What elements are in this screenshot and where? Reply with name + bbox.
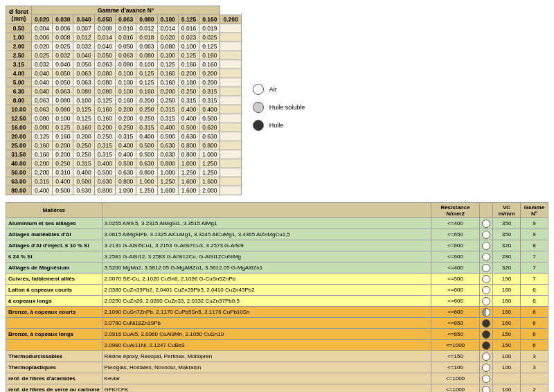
col-header-0.020: 0.020 — [31, 15, 52, 24]
feed-cell: 0.200 — [31, 159, 52, 168]
feed-cell: 0.016 — [178, 24, 199, 33]
feed-cell: 0.200 — [116, 114, 136, 123]
description-cell: 2.0070 SE-Cu, 2.1020 CuSn6, 2.1096 G-CuS… — [102, 274, 431, 285]
feed-cell: 0.040 — [73, 51, 94, 60]
resistance-cell: <=500 — [431, 274, 480, 285]
table-row: Laiton à copeaux courts2.0380 CuZn39Pb2,… — [6, 285, 548, 296]
icon-cell — [480, 274, 493, 285]
feed-cell: 0.080 — [31, 123, 52, 132]
material-cell — [6, 318, 102, 329]
feed-cell: 1.600 — [199, 177, 220, 186]
feed-cell: 0.315 — [31, 177, 52, 186]
vc-cell: 100 — [493, 384, 521, 393]
empty-circle-icon — [482, 386, 490, 393]
drill-size-cell: 12.50 — [6, 114, 32, 123]
feed-cell: 0.315 — [178, 96, 199, 105]
feed-cell: 0.100 — [136, 60, 157, 69]
material-cell: ≤ 24 % Si — [6, 251, 102, 262]
drill-size-cell: 80.00 — [6, 186, 32, 195]
feed-cell — [220, 60, 241, 69]
feed-cell: 0.400 — [178, 105, 199, 114]
feed-cell: 0.500 — [136, 150, 157, 159]
material-cell: Thermoplastiques — [6, 362, 102, 373]
feed-cell: 0.400 — [157, 123, 178, 132]
col-header-0.040: 0.040 — [73, 15, 94, 24]
feed-cell: 1.000 — [116, 186, 136, 195]
feed-cell: 0.012 — [136, 24, 157, 33]
feed-cell: 0.315 — [157, 114, 178, 123]
table-row: Alliages malléables d'Al3.0615 AlMgSiPb,… — [6, 229, 548, 240]
huile-soluble-label: Huile soluble — [269, 104, 305, 111]
feed-cell — [220, 33, 241, 42]
feed-cell: 0.080 — [73, 87, 94, 96]
feed-cell: 0.500 — [116, 159, 136, 168]
feed-cell: 0.630 — [94, 177, 115, 186]
feed-cell: 0.315 — [116, 132, 136, 141]
table-row: renf. de fibres d'aramidesKevlar<=1000 — [6, 373, 548, 384]
icon-cell — [480, 307, 493, 318]
vc-cell — [493, 373, 521, 384]
full-circle-icon — [482, 341, 490, 350]
col-header-0.100: 0.100 — [157, 15, 178, 24]
table-row: 1.000.0060.0080.0120.0140.0160.0180.0200… — [6, 33, 242, 42]
feed-cell: 0.100 — [73, 96, 94, 105]
feed-cell: 0.063 — [73, 78, 94, 87]
gamme-cell: 3 — [521, 362, 548, 373]
feed-cell: 0.080 — [94, 78, 115, 87]
table-row: Cuivres, faiblement alliés2.0070 SE-Cu, … — [6, 274, 548, 285]
feed-cell: 0.063 — [136, 42, 157, 51]
top-section: Ø foret(mm) Gamme d'avance N° 0.0200.030… — [6, 6, 548, 195]
col-header-0.125: 0.125 — [178, 15, 199, 24]
feed-cell: 0.250 — [136, 105, 157, 114]
full-circle-icon — [482, 319, 490, 328]
feed-cell: 0.125 — [136, 69, 157, 78]
feed-cell: 0.160 — [157, 78, 178, 87]
feed-cell: 0.315 — [136, 123, 157, 132]
gamme-cell: 6 — [521, 296, 548, 307]
resistance-cell: <=1000 — [431, 373, 480, 384]
table-row: 25.000.1600.2000.2500.3150.4000.5000.630… — [6, 141, 242, 150]
feed-cell: 0.050 — [53, 78, 73, 87]
description-cell: 2.0790 CuNi18Zn19Pb — [102, 318, 431, 329]
table-row: 3.150.0320.0400.0500.0630.0800.1000.1250… — [6, 60, 242, 69]
feed-cell: 0.250 — [157, 96, 178, 105]
description-cell: 2.0380 CuZn39Pb2, 2.0401 CuZn39Pb3, 2.04… — [102, 285, 431, 296]
feed-cell: 0.200 — [199, 69, 220, 78]
feed-cell: 0.160 — [136, 87, 157, 96]
empty-circle-icon — [482, 297, 490, 305]
feed-cell: 0.400 — [73, 168, 94, 177]
half-circle-icon — [482, 308, 490, 317]
material-cell: renf. de fibres de verre ou carbone — [6, 384, 102, 393]
feed-cell: 0.080 — [94, 87, 115, 96]
drill-size-cell: 0.50 — [6, 24, 32, 33]
feed-cell: 0.050 — [116, 42, 136, 51]
gamme-cell: 6 — [521, 340, 548, 351]
feed-cell: 1.000 — [157, 168, 178, 177]
feed-cell: 0.315 — [199, 87, 220, 96]
feed-cell — [220, 150, 241, 159]
icon-header — [480, 203, 493, 218]
feed-cell: 0.063 — [73, 69, 94, 78]
table-row: 80.000.4000.5000.6300.8001.0001.2501.600… — [6, 186, 242, 195]
drill-size-cell: 2.50 — [6, 51, 32, 60]
feed-cell: 0.250 — [116, 123, 136, 132]
feed-cell: 0.800 — [94, 186, 115, 195]
legend-item-huile-soluble: Huile soluble — [253, 102, 305, 113]
feed-cell: 0.630 — [178, 132, 199, 141]
resistance-cell: <=600 — [431, 307, 480, 318]
feed-cell: 0.063 — [116, 51, 136, 60]
resistance-cell: <=600 — [431, 296, 480, 307]
huile-icon — [253, 120, 264, 131]
feed-cell: 0.630 — [199, 132, 220, 141]
feed-cell: 0.500 — [94, 168, 115, 177]
icon-cell — [480, 329, 493, 340]
feed-cell: 0.100 — [53, 114, 73, 123]
air-label: Air — [269, 86, 277, 93]
vc-cell: 160 — [493, 285, 521, 296]
feed-cell: 0.100 — [157, 51, 178, 60]
gamme-header: GammeN° — [521, 203, 548, 218]
feed-cell — [220, 123, 241, 132]
gamme-cell: 2 — [521, 384, 548, 393]
empty-circle-icon — [482, 231, 490, 239]
feed-cell: 0.630 — [136, 159, 157, 168]
